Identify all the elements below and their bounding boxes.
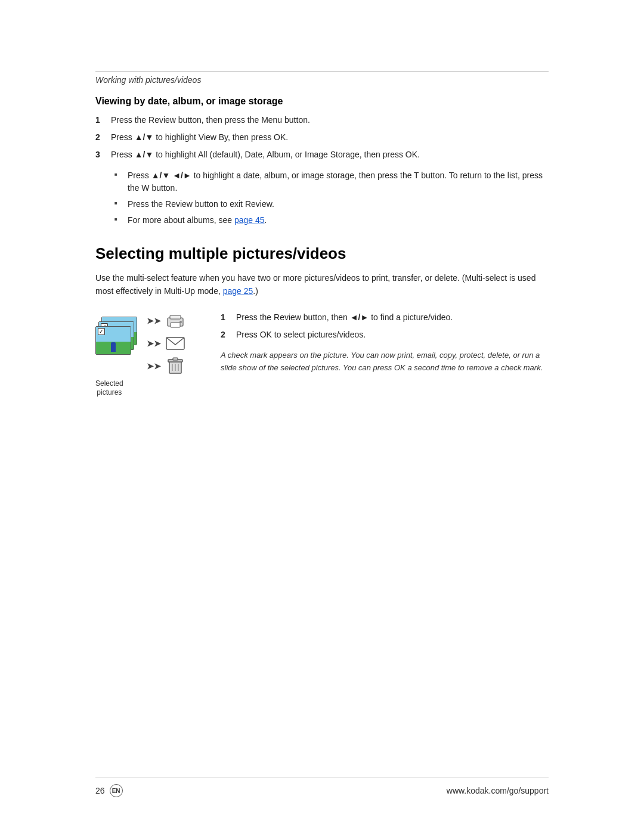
bullet-icon: ■ xyxy=(114,171,123,178)
email-row: ➤➤ xyxy=(147,334,186,353)
step-number: 1 xyxy=(221,311,233,324)
printer-icon xyxy=(165,311,186,330)
viewing-steps-list: 1 Press the Review button, then press th… xyxy=(95,114,549,161)
footer: 26 EN www.kodak.com/go/support xyxy=(95,778,549,797)
bullet-text: Press ▲/▼ ◄/► to highlight a date, album… xyxy=(128,169,549,194)
arrow-icon: ➤➤ xyxy=(147,339,161,348)
illustration-column: ✓ ✓ xyxy=(95,311,203,398)
photo-checkmark: ✓ xyxy=(98,328,105,335)
italic-note: A check mark appears on the picture. You… xyxy=(221,349,549,374)
right-icons-column: ➤➤ xyxy=(147,311,186,376)
bullet-text: For more about albums, see page 45. xyxy=(128,214,267,227)
content-row: ✓ ✓ xyxy=(95,311,549,398)
page-number: 26 xyxy=(95,786,105,795)
en-badge: EN xyxy=(110,784,123,797)
viewing-heading: Viewing by date, album, or image storage xyxy=(95,96,549,107)
viewing-section: Viewing by date, album, or image storage… xyxy=(95,96,549,227)
bullet-item-1: ■ Press ▲/▼ ◄/► to highlight a date, alb… xyxy=(114,169,549,194)
svg-rect-1 xyxy=(170,315,181,319)
photo-card-front: ✓ xyxy=(95,326,131,355)
page: Working with pictures/videos Viewing by … xyxy=(0,0,644,833)
viewing-bullets-list: ■ Press ▲/▼ ◄/► to highlight a date, alb… xyxy=(114,169,549,227)
step-text: Press ▲/▼ to highlight View By, then pre… xyxy=(111,131,288,144)
trash-icon xyxy=(165,357,186,376)
svg-rect-7 xyxy=(173,358,178,360)
photos-and-icons: ✓ ✓ xyxy=(95,311,186,376)
arrow-icon: ➤➤ xyxy=(147,316,161,326)
main-steps-list: 1 Press the Review button, then ◄/► to f… xyxy=(221,311,549,341)
footer-website: www.kodak.com/go/support xyxy=(447,786,549,795)
main-step-1: 1 Press the Review button, then ◄/► to f… xyxy=(221,311,549,324)
viewing-step-1: 1 Press the Review button, then press th… xyxy=(95,114,549,126)
trash-row: ➤➤ xyxy=(147,357,186,376)
intro-paragraph: Use the multi-select feature when you ha… xyxy=(95,271,549,298)
arrow-icon: ➤➤ xyxy=(147,361,161,371)
step-text: Press OK to select pictures/videos. xyxy=(236,329,366,341)
section-header: Working with pictures/videos xyxy=(95,72,549,85)
main-heading: Selecting multiple pictures/videos xyxy=(95,244,549,263)
section-header-text: Working with pictures/videos xyxy=(95,75,201,85)
step-number: 2 xyxy=(221,329,233,341)
viewing-step-2: 2 Press ▲/▼ to highlight View By, then p… xyxy=(95,131,549,144)
page-25-link[interactable]: page 25 xyxy=(223,286,253,296)
bullet-icon: ■ xyxy=(114,216,123,223)
main-step-2: 2 Press OK to select pictures/videos. xyxy=(221,329,549,341)
bullet-text: Press the Review button to exit Review. xyxy=(128,198,274,210)
step-number: 3 xyxy=(95,148,107,161)
viewing-step-3: 3 Press ▲/▼ to highlight All (default), … xyxy=(95,148,549,161)
bullet-item-3: ■ For more about albums, see page 45. xyxy=(114,214,549,227)
printer-row: ➤➤ xyxy=(147,311,186,330)
page-45-link[interactable]: page 45 xyxy=(234,215,265,225)
selected-pictures-label: Selected pictures xyxy=(95,379,123,398)
step-number: 1 xyxy=(95,114,107,126)
step-text: Press the Review button, then press the … xyxy=(111,114,310,126)
bullet-item-2: ■ Press the Review button to exit Review… xyxy=(114,198,549,210)
footer-left: 26 EN xyxy=(95,784,123,797)
stacked-photos: ✓ ✓ xyxy=(95,317,138,370)
svg-point-3 xyxy=(179,321,182,323)
bullet-icon: ■ xyxy=(114,200,123,207)
step-text: Press the Review button, then ◄/► to fin… xyxy=(236,311,453,324)
main-section: Selecting multiple pictures/videos Use t… xyxy=(95,244,549,398)
svg-rect-2 xyxy=(171,323,180,327)
email-icon xyxy=(165,334,186,353)
photo-figure xyxy=(111,342,116,352)
steps-column: 1 Press the Review button, then ◄/► to f… xyxy=(221,311,549,374)
step-number: 2 xyxy=(95,131,107,144)
step-text: Press ▲/▼ to highlight All (default), Da… xyxy=(111,148,420,161)
